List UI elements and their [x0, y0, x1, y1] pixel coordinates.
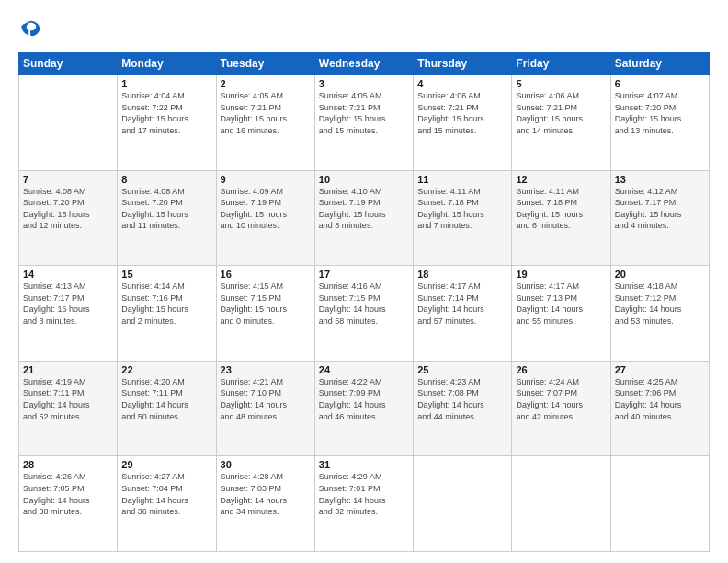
calendar-cell: 16Sunrise: 4:15 AM Sunset: 7:15 PM Dayli… — [216, 266, 314, 362]
day-number: 15 — [121, 269, 211, 280]
day-info: Sunrise: 4:06 AM Sunset: 7:21 PM Dayligh… — [516, 90, 606, 136]
calendar-cell: 12Sunrise: 4:11 AM Sunset: 7:18 PM Dayli… — [512, 170, 610, 266]
day-number: 14 — [23, 269, 113, 280]
calendar-week-row: 1Sunrise: 4:04 AM Sunset: 7:22 PM Daylig… — [19, 75, 710, 171]
day-number: 28 — [23, 459, 113, 470]
day-number: 20 — [615, 269, 705, 280]
day-info: Sunrise: 4:08 AM Sunset: 7:20 PM Dayligh… — [121, 186, 211, 232]
day-info: Sunrise: 4:09 AM Sunset: 7:19 PM Dayligh… — [221, 186, 311, 232]
calendar-cell: 29Sunrise: 4:27 AM Sunset: 7:04 PM Dayli… — [118, 456, 216, 552]
day-info: Sunrise: 4:24 AM Sunset: 7:07 PM Dayligh… — [516, 376, 606, 422]
day-info: Sunrise: 4:15 AM Sunset: 7:15 PM Dayligh… — [221, 281, 311, 327]
calendar-cell: 27Sunrise: 4:25 AM Sunset: 7:06 PM Dayli… — [610, 361, 709, 456]
day-number: 17 — [319, 269, 409, 280]
calendar-cell: 10Sunrise: 4:10 AM Sunset: 7:19 PM Dayli… — [314, 170, 413, 266]
day-number: 30 — [221, 459, 311, 470]
day-number: 29 — [121, 459, 211, 470]
day-info: Sunrise: 4:13 AM Sunset: 7:17 PM Dayligh… — [23, 281, 113, 327]
day-info: Sunrise: 4:19 AM Sunset: 7:11 PM Dayligh… — [23, 376, 113, 422]
calendar-cell: 31Sunrise: 4:29 AM Sunset: 7:01 PM Dayli… — [314, 456, 413, 552]
day-number: 24 — [319, 364, 409, 375]
day-info: Sunrise: 4:28 AM Sunset: 7:03 PM Dayligh… — [221, 471, 311, 517]
day-info: Sunrise: 4:23 AM Sunset: 7:08 PM Dayligh… — [417, 376, 507, 422]
day-number: 25 — [417, 364, 507, 375]
day-info: Sunrise: 4:22 AM Sunset: 7:09 PM Dayligh… — [319, 376, 409, 422]
page: SundayMondayTuesdayWednesdayThursdayFrid… — [0, 0, 728, 563]
day-info: Sunrise: 4:10 AM Sunset: 7:19 PM Dayligh… — [319, 186, 409, 232]
day-number: 4 — [417, 78, 507, 89]
day-number: 13 — [615, 174, 705, 185]
calendar-cell — [512, 456, 610, 552]
calendar-week-row: 28Sunrise: 4:26 AM Sunset: 7:05 PM Dayli… — [19, 456, 710, 552]
calendar-header-tuesday: Tuesday — [216, 52, 314, 75]
day-info: Sunrise: 4:21 AM Sunset: 7:10 PM Dayligh… — [221, 376, 311, 422]
logo-icon — [18, 17, 44, 42]
day-number: 9 — [221, 174, 311, 185]
day-info: Sunrise: 4:06 AM Sunset: 7:21 PM Dayligh… — [417, 90, 507, 136]
day-info: Sunrise: 4:20 AM Sunset: 7:11 PM Dayligh… — [121, 376, 211, 422]
day-info: Sunrise: 4:18 AM Sunset: 7:12 PM Dayligh… — [615, 281, 705, 327]
day-info: Sunrise: 4:12 AM Sunset: 7:17 PM Dayligh… — [615, 186, 705, 232]
calendar-header-thursday: Thursday — [414, 52, 512, 75]
day-info: Sunrise: 4:11 AM Sunset: 7:18 PM Dayligh… — [516, 186, 606, 232]
day-info: Sunrise: 4:07 AM Sunset: 7:20 PM Dayligh… — [615, 90, 705, 136]
day-info: Sunrise: 4:17 AM Sunset: 7:14 PM Dayligh… — [417, 281, 507, 327]
calendar-cell: 2Sunrise: 4:05 AM Sunset: 7:21 PM Daylig… — [216, 75, 314, 171]
day-number: 23 — [221, 364, 311, 375]
calendar-cell: 5Sunrise: 4:06 AM Sunset: 7:21 PM Daylig… — [512, 75, 610, 171]
day-info: Sunrise: 4:25 AM Sunset: 7:06 PM Dayligh… — [615, 376, 705, 422]
calendar-cell: 4Sunrise: 4:06 AM Sunset: 7:21 PM Daylig… — [414, 75, 512, 171]
day-number: 31 — [319, 459, 409, 470]
day-info: Sunrise: 4:14 AM Sunset: 7:16 PM Dayligh… — [121, 281, 211, 327]
day-number: 12 — [516, 174, 606, 185]
day-number: 5 — [516, 78, 606, 89]
calendar-cell: 24Sunrise: 4:22 AM Sunset: 7:09 PM Dayli… — [314, 361, 413, 456]
header — [18, 17, 710, 42]
day-number: 26 — [516, 364, 606, 375]
day-info: Sunrise: 4:08 AM Sunset: 7:20 PM Dayligh… — [23, 186, 113, 232]
calendar-cell: 9Sunrise: 4:09 AM Sunset: 7:19 PM Daylig… — [216, 170, 314, 266]
calendar-header-friday: Friday — [512, 52, 610, 75]
calendar-cell: 1Sunrise: 4:04 AM Sunset: 7:22 PM Daylig… — [118, 75, 216, 171]
day-number: 7 — [23, 174, 113, 185]
calendar-header-row: SundayMondayTuesdayWednesdayThursdayFrid… — [19, 52, 710, 75]
day-info: Sunrise: 4:16 AM Sunset: 7:15 PM Dayligh… — [319, 281, 409, 327]
calendar-cell: 22Sunrise: 4:20 AM Sunset: 7:11 PM Dayli… — [118, 361, 216, 456]
calendar-cell: 23Sunrise: 4:21 AM Sunset: 7:10 PM Dayli… — [216, 361, 314, 456]
calendar-cell: 26Sunrise: 4:24 AM Sunset: 7:07 PM Dayli… — [512, 361, 610, 456]
calendar-cell: 7Sunrise: 4:08 AM Sunset: 7:20 PM Daylig… — [19, 170, 118, 266]
day-number: 18 — [417, 269, 507, 280]
day-info: Sunrise: 4:04 AM Sunset: 7:22 PM Dayligh… — [121, 90, 211, 136]
calendar-header-saturday: Saturday — [610, 52, 709, 75]
day-number: 27 — [615, 364, 705, 375]
day-number: 16 — [221, 269, 311, 280]
day-number: 10 — [319, 174, 409, 185]
calendar-cell — [610, 456, 709, 552]
calendar-header-monday: Monday — [118, 52, 216, 75]
calendar-header-wednesday: Wednesday — [314, 52, 413, 75]
day-number: 19 — [516, 269, 606, 280]
day-info: Sunrise: 4:29 AM Sunset: 7:01 PM Dayligh… — [319, 471, 409, 517]
calendar-cell: 28Sunrise: 4:26 AM Sunset: 7:05 PM Dayli… — [19, 456, 118, 552]
calendar-table: SundayMondayTuesdayWednesdayThursdayFrid… — [18, 52, 710, 552]
day-number: 8 — [121, 174, 211, 185]
calendar-cell: 17Sunrise: 4:16 AM Sunset: 7:15 PM Dayli… — [314, 266, 413, 362]
calendar-cell: 14Sunrise: 4:13 AM Sunset: 7:17 PM Dayli… — [19, 266, 118, 362]
calendar-cell: 6Sunrise: 4:07 AM Sunset: 7:20 PM Daylig… — [610, 75, 709, 171]
calendar-cell — [19, 75, 118, 171]
calendar-cell: 30Sunrise: 4:28 AM Sunset: 7:03 PM Dayli… — [216, 456, 314, 552]
day-info: Sunrise: 4:26 AM Sunset: 7:05 PM Dayligh… — [23, 471, 113, 517]
calendar-cell: 3Sunrise: 4:05 AM Sunset: 7:21 PM Daylig… — [314, 75, 413, 171]
day-info: Sunrise: 4:05 AM Sunset: 7:21 PM Dayligh… — [221, 90, 311, 136]
calendar-week-row: 21Sunrise: 4:19 AM Sunset: 7:11 PM Dayli… — [19, 361, 710, 456]
calendar-cell: 20Sunrise: 4:18 AM Sunset: 7:12 PM Dayli… — [610, 266, 709, 362]
day-info: Sunrise: 4:05 AM Sunset: 7:21 PM Dayligh… — [319, 90, 409, 136]
day-number: 2 — [221, 78, 311, 89]
logo — [18, 17, 48, 42]
day-number: 6 — [615, 78, 705, 89]
day-number: 3 — [319, 78, 409, 89]
day-info: Sunrise: 4:17 AM Sunset: 7:13 PM Dayligh… — [516, 281, 606, 327]
day-number: 22 — [121, 364, 211, 375]
calendar-week-row: 7Sunrise: 4:08 AM Sunset: 7:20 PM Daylig… — [19, 170, 710, 266]
calendar-cell: 13Sunrise: 4:12 AM Sunset: 7:17 PM Dayli… — [610, 170, 709, 266]
